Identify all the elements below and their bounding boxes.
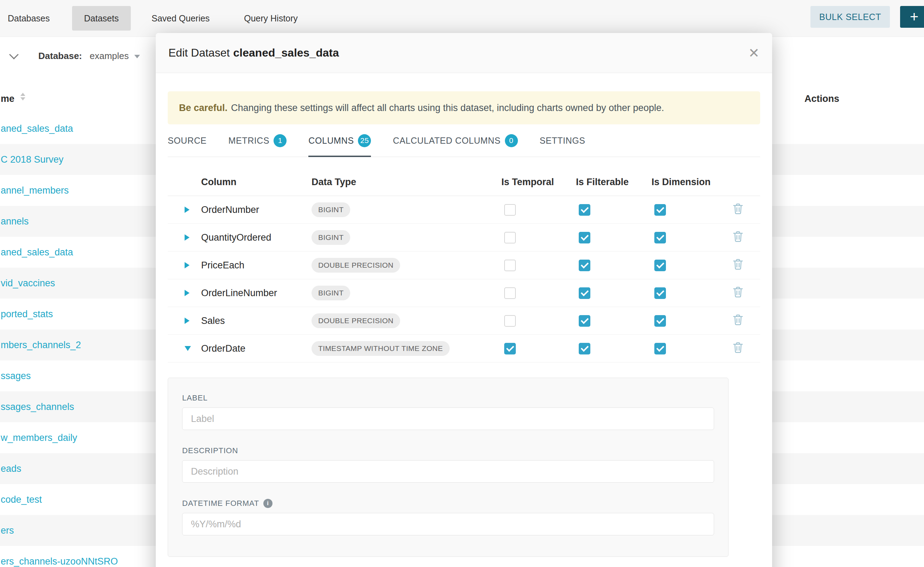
is-dimension-checkbox[interactable] <box>654 204 666 216</box>
datetime-format-input[interactable] <box>182 513 714 536</box>
tab-calculated-columns[interactable]: CALCULATED COLUMNS0 <box>393 124 518 157</box>
modal-tabs: SOURCEMETRICS1COLUMNS25CALCULATED COLUMN… <box>168 124 760 157</box>
close-icon[interactable]: ✕ <box>748 46 760 60</box>
dataset-name-link[interactable]: aned_sales_data <box>1 247 73 258</box>
add-button[interactable]: + <box>900 6 924 28</box>
data-type-badge: BIGINT <box>312 286 350 300</box>
dataset-name-link[interactable]: mbers_channels_2 <box>1 340 81 351</box>
dataset-name-link[interactable]: vid_vaccines <box>1 278 55 289</box>
delete-column-button[interactable] <box>733 203 743 214</box>
is-temporal-checkbox[interactable] <box>504 204 516 216</box>
info-icon: i <box>263 499 272 508</box>
is-temporal-checkbox-cell <box>501 287 576 299</box>
is-filterable-checkbox[interactable] <box>579 260 590 271</box>
delete-column-button[interactable] <box>733 231 743 242</box>
delete-column-button[interactable] <box>733 314 743 325</box>
dataset-name-link[interactable]: aned_sales_data <box>1 123 73 134</box>
trash-icon <box>733 231 743 242</box>
expand-toggle[interactable] <box>168 318 201 324</box>
dataset-name-link[interactable]: ported_stats <box>1 309 53 320</box>
dataset-name-link[interactable]: w_members_daily <box>1 432 77 443</box>
delete-column-button[interactable] <box>733 342 743 353</box>
collapse-chevron-icon[interactable] <box>9 50 19 59</box>
is-dimension-checkbox[interactable] <box>654 287 666 299</box>
nav-item-databases[interactable]: Databases <box>8 0 50 36</box>
dataset-name-link[interactable]: ers_channels-uzooNNtSRO <box>1 556 118 567</box>
is-temporal-checkbox[interactable] <box>504 315 516 327</box>
top-navigation: DatabasesDatasetsSaved QueriesQuery Hist… <box>0 0 924 37</box>
is-filterable-checkbox-cell <box>576 315 652 327</box>
is-dimension-checkbox[interactable] <box>654 315 666 327</box>
is-filterable-checkbox[interactable] <box>579 315 590 327</box>
column-name: OrderDate <box>201 343 312 354</box>
delete-column-button[interactable] <box>733 258 743 270</box>
label-input[interactable] <box>182 408 714 430</box>
tab-settings[interactable]: SETTINGS <box>540 124 585 157</box>
column-name: OrderNumber <box>201 204 312 215</box>
is-temporal-checkbox[interactable] <box>504 232 516 243</box>
column-header: Data Type <box>312 177 501 188</box>
warning-banner: Be careful. Changing these settings will… <box>168 92 760 124</box>
is-dimension-checkbox[interactable] <box>654 343 666 354</box>
modal-title: Edit Datasetcleaned_sales_data <box>169 46 339 59</box>
dataset-name-link[interactable]: C 2018 Survey <box>1 154 64 165</box>
column-actions-cell <box>728 342 760 356</box>
column-name: PriceEach <box>201 260 312 271</box>
database-filter-select[interactable]: examples <box>90 36 140 75</box>
is-temporal-checkbox[interactable] <box>504 260 516 271</box>
tab-source[interactable]: SOURCE <box>168 124 207 157</box>
expand-toggle[interactable] <box>168 262 201 268</box>
nav-item-query-history[interactable]: Query History <box>244 0 298 36</box>
is-filterable-checkbox[interactable] <box>579 204 590 216</box>
trash-icon <box>733 203 743 214</box>
is-dimension-checkbox-cell <box>652 315 728 327</box>
dataset-name-link[interactable]: eads <box>1 464 21 474</box>
column-row: PriceEachDOUBLE PRECISION <box>168 252 760 279</box>
column-type-cell: BIGINT <box>312 230 501 245</box>
column-actions-cell <box>728 314 760 328</box>
is-dimension-checkbox[interactable] <box>654 260 666 271</box>
nav-item-saved-queries[interactable]: Saved Queries <box>152 0 209 36</box>
expand-toggle[interactable] <box>168 234 201 241</box>
is-temporal-checkbox[interactable] <box>504 287 516 299</box>
expand-toggle[interactable] <box>168 207 201 213</box>
delete-column-button[interactable] <box>733 286 743 297</box>
column-name: Sales <box>201 315 312 326</box>
column-type-cell: BIGINT <box>312 202 501 217</box>
description-input[interactable] <box>182 460 714 483</box>
column-header: Column <box>201 177 312 188</box>
dropdown-caret-icon <box>134 55 140 58</box>
bulk-select-button[interactable]: BULK SELECT <box>810 6 890 28</box>
is-filterable-checkbox[interactable] <box>579 287 590 299</box>
is-filterable-checkbox-cell <box>576 287 652 299</box>
is-filterable-checkbox[interactable] <box>579 232 590 243</box>
label-field-label: LABEL <box>182 393 714 403</box>
dataset-name-link[interactable]: annel_members <box>1 185 69 196</box>
column-type-cell: BIGINT <box>312 286 501 300</box>
modal-header: Edit Datasetcleaned_sales_data ✕ <box>156 33 772 73</box>
expand-toggle[interactable] <box>168 290 201 296</box>
dataset-name-link[interactable]: code_test <box>1 494 42 505</box>
database-filter-label: Database: <box>38 36 82 75</box>
dataset-name-link[interactable]: ssages <box>1 370 31 381</box>
column-actions-cell <box>728 286 760 300</box>
is-dimension-checkbox[interactable] <box>654 232 666 243</box>
sort-icon[interactable] <box>20 93 25 100</box>
dataset-name-link[interactable]: annels <box>1 216 29 227</box>
is-temporal-checkbox[interactable] <box>504 343 516 354</box>
tab-metrics[interactable]: METRICS1 <box>229 124 287 157</box>
nav-item-datasets[interactable]: Datasets <box>72 6 131 31</box>
expand-toggle[interactable] <box>168 346 201 351</box>
column-header: Is Temporal <box>501 177 576 188</box>
datetime-format-label-text: DATETIME FORMAT <box>182 499 259 508</box>
is-filterable-checkbox-cell <box>576 204 652 216</box>
dataset-name-link[interactable]: ers <box>1 525 14 536</box>
tab-columns[interactable]: COLUMNS25 <box>309 124 371 157</box>
database-filter-value: examples <box>90 51 129 61</box>
tab-label: METRICS <box>229 136 270 146</box>
is-filterable-checkbox[interactable] <box>579 343 590 354</box>
name-column-header: me <box>1 84 14 113</box>
is-filterable-checkbox-cell <box>576 232 652 243</box>
dataset-name-link[interactable]: ssages_channels <box>1 402 74 412</box>
expand-caret-icon <box>185 234 190 241</box>
